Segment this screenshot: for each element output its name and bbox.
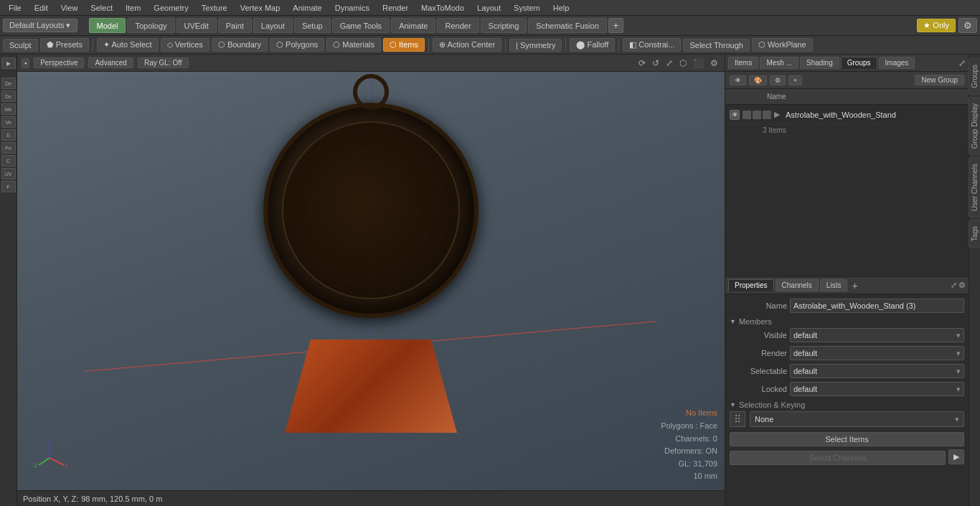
groups-tb-add[interactable]: +: [788, 75, 802, 85]
sk-icon-box[interactable]: ⠿: [730, 411, 745, 427]
layout-dropdown[interactable]: Default Layouts ▾: [3, 19, 77, 32]
tab-animate[interactable]: Animate: [391, 18, 435, 33]
ls-dup[interactable]: Du: [1, 90, 16, 102]
menu-texture[interactable]: Texture: [196, 2, 233, 14]
action-center-button[interactable]: ⊕ Action Center: [433, 38, 501, 52]
menu-maxtomodo[interactable]: MaxToModo: [415, 2, 470, 14]
viewport-icon-pan[interactable]: ↺: [650, 57, 661, 69]
auto-select-button[interactable]: ✦ Auto Select: [97, 38, 159, 52]
add-workspace-tab[interactable]: +: [608, 18, 624, 33]
menu-geometry[interactable]: Geometry: [148, 2, 194, 14]
vertices-button[interactable]: ◇ Vertices: [161, 38, 209, 52]
render-dropdown[interactable]: default ▾: [790, 346, 964, 360]
symmetry-button[interactable]: | Symmetry: [509, 39, 562, 52]
rvt-group-display[interactable]: Group Display: [969, 97, 980, 155]
tab-schematic-fusion[interactable]: Schematic Fusion: [528, 18, 606, 33]
rp-tab-groups[interactable]: Groups: [841, 57, 877, 69]
name-input[interactable]: [790, 299, 964, 313]
groups-tb-settings[interactable]: ⚙: [770, 75, 786, 85]
select-channels-arrow[interactable]: ▶: [948, 449, 964, 464]
rp-expand-btn[interactable]: ⤢: [958, 58, 966, 68]
rvt-tags[interactable]: Tags: [969, 220, 980, 248]
pp-tab-lists[interactable]: Lists: [820, 279, 848, 291]
only-button[interactable]: ★ Only: [917, 19, 956, 32]
menu-layout[interactable]: Layout: [471, 2, 507, 14]
viewport-icon-frame[interactable]: ⬡: [677, 57, 689, 69]
pp-expand-btn[interactable]: ⤢: [951, 281, 957, 290]
group-icon-extra[interactable]: [763, 111, 771, 119]
ls-uv[interactable]: UV: [1, 168, 16, 179]
select-channels-button[interactable]: Select Channels: [730, 451, 946, 465]
group-item[interactable]: 👁 ▶ Astrolabe_with_Wooden_Stand: [725, 105, 969, 125]
menu-file[interactable]: File: [3, 2, 27, 14]
sk-none-dropdown[interactable]: None ▾: [750, 411, 964, 427]
tab-render[interactable]: Render: [437, 18, 479, 33]
viewport-icon-fit[interactable]: ⬛: [691, 57, 706, 69]
menu-edit[interactable]: Edit: [29, 2, 54, 14]
tab-scripting[interactable]: Scripting: [481, 18, 527, 33]
menu-view[interactable]: View: [55, 2, 84, 14]
menu-item[interactable]: Item: [120, 2, 146, 14]
tab-layout[interactable]: Layout: [253, 18, 293, 33]
rvt-user-channels[interactable]: User Channels: [969, 157, 980, 217]
pp-tab-add[interactable]: +: [852, 280, 857, 291]
boundary-button[interactable]: ⬡ Boundary: [212, 38, 268, 52]
menu-select[interactable]: Select: [85, 2, 118, 14]
viewport-ray-gl[interactable]: Ray GL: Off: [138, 57, 189, 68]
groups-tb-render[interactable]: 🎨: [749, 75, 767, 85]
tab-setup[interactable]: Setup: [294, 18, 331, 33]
viewport-icon-rotate[interactable]: ⟳: [636, 57, 648, 69]
select-through-button[interactable]: Select Through: [683, 39, 749, 52]
ls-c[interactable]: C: [1, 155, 16, 167]
rp-tab-mesh[interactable]: Mesh ...: [760, 57, 798, 69]
polygons-button[interactable]: ⬡ Polygons: [270, 38, 324, 52]
items-button[interactable]: ⬡ Items: [383, 38, 425, 52]
menu-animate[interactable]: Animate: [287, 2, 327, 14]
rp-tab-shading[interactable]: Shading: [800, 57, 839, 69]
menu-render[interactable]: Render: [377, 2, 414, 14]
rp-tab-images[interactable]: Images: [879, 57, 915, 69]
ls-ver[interactable]: Ve: [1, 116, 16, 128]
pp-tab-channels[interactable]: Channels: [776, 279, 819, 291]
rp-tab-items[interactable]: Items: [728, 57, 758, 69]
ls-toggle[interactable]: ▶: [1, 57, 16, 69]
tab-paint[interactable]: Paint: [218, 18, 252, 33]
settings-button[interactable]: ⚙: [958, 18, 977, 33]
menu-help[interactable]: Help: [547, 2, 575, 14]
viewport-icon-zoom[interactable]: ⤢: [664, 57, 675, 69]
new-group-button[interactable]: New Group: [915, 75, 964, 85]
ls-de[interactable]: De: [1, 78, 16, 89]
viewport-3d[interactable]: X Y Z No Items Polygons : Face Channels:…: [17, 72, 725, 490]
workplane-button[interactable]: ⬡ WorkPlane: [752, 38, 813, 52]
menu-dynamics[interactable]: Dynamics: [329, 2, 375, 14]
groups-tb-eye[interactable]: 👁: [730, 75, 746, 85]
tab-game-tools[interactable]: Game Tools: [332, 18, 390, 33]
constraints-button[interactable]: ◧ Constrai...: [623, 38, 681, 52]
viewport-mode[interactable]: Perspective: [34, 57, 84, 68]
sculpt-button[interactable]: Sculpt: [3, 39, 38, 52]
menu-system[interactable]: System: [508, 2, 546, 14]
selectable-dropdown[interactable]: default ▾: [790, 364, 964, 378]
group-icon-lock[interactable]: [753, 111, 761, 119]
presets-button[interactable]: ⬟ Presets: [40, 38, 89, 52]
pp-settings-btn[interactable]: ⚙: [958, 281, 966, 290]
viewport-shading[interactable]: Advanced: [88, 57, 133, 68]
tab-topology[interactable]: Topology: [127, 18, 174, 33]
materials-button[interactable]: ⬡ Materials: [326, 38, 381, 52]
select-items-button[interactable]: Select Items: [730, 432, 964, 446]
viewport-icon-settings[interactable]: ⚙: [708, 57, 720, 69]
tab-model[interactable]: Model: [89, 18, 126, 33]
ls-pol[interactable]: Po: [1, 142, 16, 154]
visible-dropdown[interactable]: default ▾: [790, 328, 964, 342]
tab-uvedit[interactable]: UVEdit: [176, 18, 217, 33]
group-icon-render[interactable]: [743, 111, 751, 119]
group-eye-toggle[interactable]: 👁: [730, 110, 740, 120]
viewport-minimize[interactable]: ▪: [22, 58, 29, 68]
rvt-groups[interactable]: Groups: [969, 58, 980, 95]
locked-dropdown[interactable]: default ▾: [790, 382, 964, 396]
ls-mes[interactable]: Me: [1, 103, 16, 115]
falloff-button[interactable]: ⬤ Falloff: [570, 38, 615, 52]
ls-f[interactable]: F: [1, 181, 16, 192]
ls-em[interactable]: E: [1, 129, 16, 141]
pp-tab-properties[interactable]: Properties: [728, 279, 774, 291]
